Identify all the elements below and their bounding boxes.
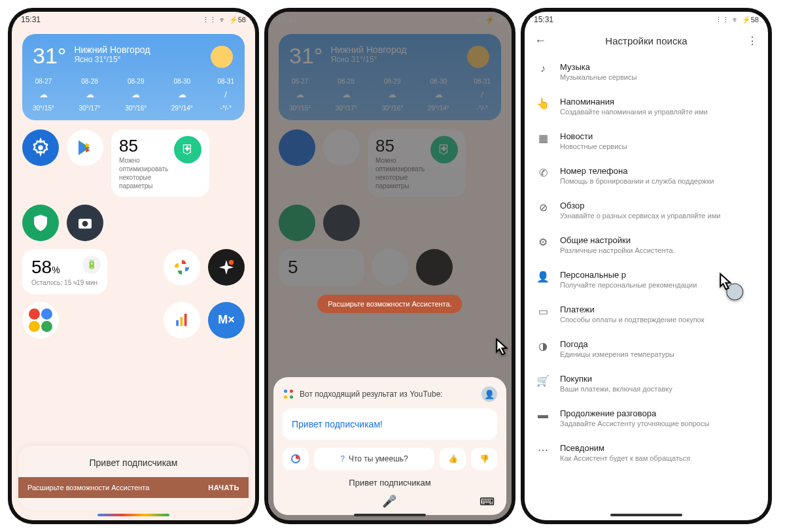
svg-rect-6	[184, 314, 187, 326]
weather-temp: 31°	[33, 43, 66, 69]
phone-assistant-expanded: 15:31 ⋮⋮ᯤ⚡58 31° Нижний НовгородЯсно 31°…	[264, 8, 515, 524]
photos-app-icon[interactable]	[164, 249, 200, 286]
settings-row-2[interactable]: ▦ НовостиНовостные сервисы	[525, 124, 768, 158]
shield-icon: ⛨	[174, 136, 201, 163]
row-icon: ✆	[536, 167, 550, 179]
weather-city: Нижний Новгород	[74, 44, 150, 55]
svg-rect-5	[181, 317, 183, 326]
nav-bar[interactable]	[354, 514, 426, 516]
assistant-banner[interactable]: Расширьте возможности Ассистента НАЧАТЬ	[18, 477, 249, 498]
start-button[interactable]: НАЧАТЬ	[208, 484, 239, 491]
google-chip[interactable]	[283, 448, 309, 470]
more-button[interactable]: ⋮	[742, 35, 763, 47]
settings-row-3[interactable]: ✆ Номер телефонаПомощь в бронировании и …	[525, 158, 768, 193]
weather-forecast: 08-27☁30°/15°08-28☁30°/17°08-29☁30°/16°0…	[33, 76, 234, 114]
settings-row-5[interactable]: ⚙ Общие настройкиРазличные настройки Асс…	[525, 227, 768, 262]
status-bar: 15:31 ⋮⋮ᯤ⚡58	[525, 12, 768, 27]
row-icon: 👤	[536, 271, 550, 283]
nav-bar[interactable]	[610, 514, 682, 516]
help-chip[interactable]: ?Что ты умеешь?	[314, 448, 434, 470]
assistant-sheet[interactable]: Привет подписчикам Расширьте возможности…	[18, 446, 249, 510]
row-icon: ⋯	[536, 444, 550, 456]
assistant-logo-icon	[283, 388, 294, 400]
page-title: Настройки поиска	[556, 35, 737, 46]
thumbs-up-chip[interactable]: 👍	[440, 448, 466, 470]
profile-avatar[interactable]: 👤	[481, 386, 497, 402]
security-app-icon[interactable]	[22, 205, 59, 241]
row-icon: ▦	[536, 132, 550, 144]
row-icon: 🛒	[536, 374, 550, 387]
row-icon: ▬	[536, 409, 550, 421]
back-button[interactable]: ←	[530, 34, 551, 48]
analytics-app-icon[interactable]	[164, 302, 200, 339]
settings-row-6[interactable]: 👤 Персональные рПолучайте персональные р…	[525, 262, 768, 297]
assistant-reply-card[interactable]: Привет подписчикам!	[283, 408, 497, 440]
assistant-result-text: Вот подходящий результат из YouTube:	[300, 390, 443, 399]
row-icon: ▭	[536, 305, 550, 318]
settings-row-7[interactable]: ▭ ПлатежиСпособы оплаты и подтверждение …	[525, 297, 768, 331]
settings-row-8[interactable]: ◑ ПогодаЕдиницы измерения температуры	[525, 331, 768, 366]
assistant-query-text: Привет подписчикам	[283, 478, 497, 488]
row-icon: ♪	[536, 63, 550, 75]
camera-app-icon[interactable]	[67, 205, 103, 241]
assistant-greeting: Привет подписчикам	[18, 457, 249, 468]
weather-widget[interactable]: 31° Нижний Новгород Ясно 31°/15° 08-27☁3…	[22, 34, 245, 120]
settings-row-11[interactable]: ⋯ ПсевдонимКак Ассистент будет к вам обр…	[525, 435, 768, 470]
row-icon: ⚙	[536, 236, 550, 248]
settings-row-4[interactable]: ⊘ ОбзорУзнавайте о разных сервисах и упр…	[525, 193, 768, 227]
settings-app-icon[interactable]	[22, 129, 59, 166]
assistant-result-sheet[interactable]: Вот подходящий результат из YouTube: 👤 П…	[273, 377, 506, 515]
thumbs-down-chip[interactable]: 👎	[471, 448, 497, 470]
nav-bar[interactable]	[97, 514, 169, 516]
row-icon: 👆	[536, 97, 550, 110]
optimizer-widget[interactable]: 85 Можно оптимизировать некоторые параме…	[111, 129, 209, 197]
svg-point-2	[82, 221, 88, 227]
mic-icon[interactable]: 🎤	[382, 494, 396, 508]
sun-icon	[211, 46, 233, 68]
svg-point-3	[229, 260, 234, 265]
settings-row-9[interactable]: 🛒 ПокупкиВаши платежи, включая доставку	[525, 366, 768, 401]
battery-widget[interactable]: 🔋 58% Осталось: 15 ч19 мин	[22, 249, 107, 294]
play-store-icon[interactable]	[67, 129, 103, 166]
battery-icon: 🔋	[82, 256, 101, 274]
row-icon: ◑	[536, 340, 550, 352]
settings-list[interactable]: ♪ МузыкаМузыкальные сервисы👆 Напоминания…	[525, 54, 768, 517]
phone-homescreen: 15:31 ⋮⋮ᯤ⚡58 31° Нижний Новгород Ясно 31…	[8, 8, 259, 524]
settings-row-10[interactable]: ▬ Продолжение разговораЗадавайте Ассисте…	[525, 401, 768, 435]
phone-settings: 15:31 ⋮⋮ᯤ⚡58 ← Настройки поиска ⋮ ♪ Музы…	[521, 8, 772, 524]
toast: Расширьте возможности Ассистента.	[317, 295, 462, 313]
svg-rect-4	[176, 320, 179, 326]
app-icon-m[interactable]: M×	[208, 302, 245, 339]
app-icon-spark[interactable]	[208, 249, 245, 286]
settings-row-0[interactable]: ♪ МузыкаМузыкальные сервисы	[525, 54, 768, 89]
keyboard-icon[interactable]: ⌨	[480, 495, 495, 508]
settings-row-1[interactable]: 👆 НапоминанияСоздавайте напоминания и уп…	[525, 89, 768, 124]
weather-condition: Ясно 31°/15°	[74, 55, 150, 64]
status-bar: 15:31 ⋮⋮ᯤ⚡58	[12, 12, 255, 27]
google-folder-icon[interactable]	[22, 302, 59, 339]
settings-header: ← Настройки поиска ⋮	[525, 27, 768, 54]
svg-point-0	[38, 145, 43, 150]
row-icon: ⊘	[536, 201, 550, 214]
